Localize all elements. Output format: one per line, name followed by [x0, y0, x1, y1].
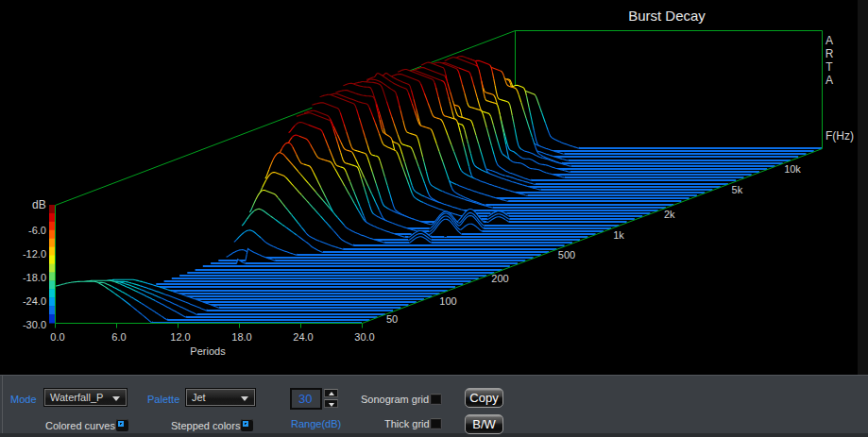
svg-text:18.0: 18.0	[231, 331, 251, 343]
svg-text:A: A	[825, 74, 833, 87]
svg-text:10k: 10k	[784, 163, 801, 175]
svg-text:0.0: 0.0	[50, 331, 64, 343]
svg-text:F(Hz): F(Hz)	[825, 129, 854, 143]
svg-text:Periods: Periods	[190, 345, 226, 357]
svg-text:T: T	[825, 60, 833, 74]
svg-text:Burst Decay: Burst Decay	[628, 8, 706, 24]
svg-text:30.0: 30.0	[354, 331, 374, 343]
svg-text:dB: dB	[32, 198, 46, 211]
svg-text:6.0: 6.0	[111, 331, 126, 343]
svg-text:24.0: 24.0	[293, 331, 313, 343]
svg-text:-12.0: -12.0	[23, 248, 46, 260]
svg-text:50: 50	[386, 313, 398, 325]
svg-text:500: 500	[558, 249, 575, 261]
svg-text:2k: 2k	[664, 209, 675, 220]
svg-text:-24.0: -24.0	[23, 295, 46, 307]
svg-text:5k: 5k	[732, 184, 743, 195]
svg-text:-18.0: -18.0	[23, 272, 46, 283]
svg-text:-6.0: -6.0	[28, 225, 46, 236]
svg-text:1k: 1k	[613, 229, 624, 241]
svg-text:12.0: 12.0	[170, 331, 190, 343]
svg-text:R: R	[825, 47, 834, 60]
svg-text:A: A	[825, 34, 833, 47]
svg-text:-30.0: -30.0	[23, 319, 46, 330]
svg-text:200: 200	[491, 273, 508, 284]
svg-text:100: 100	[439, 295, 456, 307]
